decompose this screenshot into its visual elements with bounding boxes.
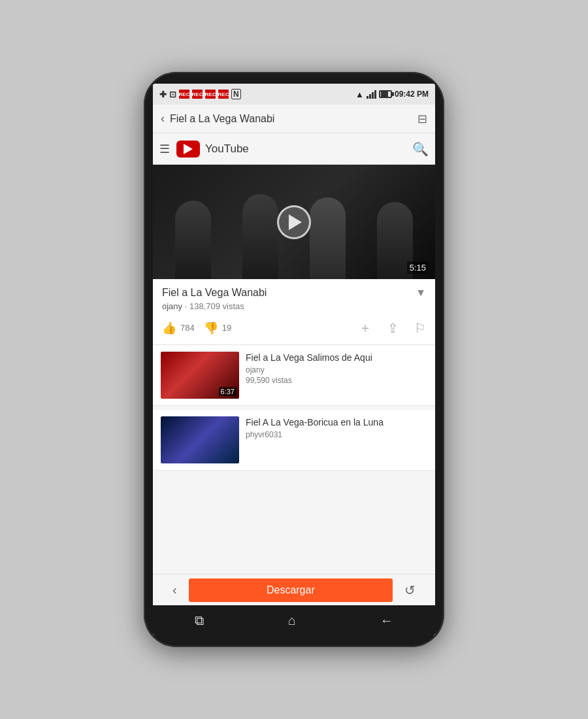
video-title: Fiel a La Vega Wanabi <box>162 287 267 299</box>
signal-bar-4 <box>374 90 376 99</box>
screenshot-icon: ⊡ <box>169 90 176 99</box>
related-videos-list: 6:37 Fiel a La Vega Salimos de Aqui ojan… <box>153 345 435 574</box>
page-title: Fiel a La Vega Wanabi <box>170 113 274 125</box>
person-silhouette-3 <box>310 197 346 279</box>
related-video-item-1[interactable]: 6:37 Fiel a La Vega Salimos de Aqui ojan… <box>153 345 435 406</box>
like-group: 👍 784 <box>162 321 195 335</box>
video-actions: 👍 784 👎 19 ＋ ⇪ ⚐ <box>162 319 426 337</box>
descargar-button[interactable]: Descargar <box>189 578 393 602</box>
video-meta: ojany · 138,709 vistas <box>162 301 426 311</box>
thumbnail-container-1: 6:37 <box>161 352 239 399</box>
video-player[interactable]: 5:15 <box>153 165 435 279</box>
related-video-channel-1: ojany <box>246 365 427 375</box>
status-bar-right: ▲ 09:42 PM <box>355 90 429 99</box>
notification-icon-2: REC <box>192 90 203 99</box>
youtube-header: ☰ YouTube 🔍 <box>153 133 435 165</box>
dropdown-icon[interactable]: ▼ <box>416 287 426 299</box>
thumbs-up-icon[interactable]: 👍 <box>162 321 176 335</box>
thumbs-down-icon[interactable]: 👎 <box>204 321 218 335</box>
wifi-icon: ▲ <box>355 90 364 99</box>
notification-icon-1: REC <box>179 90 189 99</box>
video-duration: 5:15 <box>407 261 429 274</box>
person-silhouette-2 <box>242 194 278 279</box>
meta-separator: · <box>185 301 188 311</box>
browser-forward-button[interactable]: ↺ <box>398 582 422 598</box>
signal-bar-1 <box>367 96 368 99</box>
signal-bars <box>367 90 376 99</box>
video-item-info-1: Fiel a La Vega Salimos de Aqui ojany 99,… <box>246 352 427 385</box>
flag-icon[interactable]: ⚐ <box>414 320 426 336</box>
title-bar-left: ‹ Fiel a La Vega Wanabi <box>161 112 274 125</box>
bottom-nav-bar: ‹ Descargar ↺ <box>153 574 435 605</box>
like-count: 784 <box>180 323 195 333</box>
video-info-card: Fiel a La Vega Wanabi ▼ ojany · 138,709 … <box>153 279 435 345</box>
time-display: 09:42 PM <box>395 90 429 99</box>
related-video-views-1: 99,590 vistas <box>246 376 427 385</box>
signal-bar-3 <box>372 92 374 99</box>
video-item-info-2: Fiel A La Vega-Boricua en la Luna phyvr6… <box>246 416 427 441</box>
android-nav-bar: ⧉ ⌂ ← <box>153 605 435 635</box>
related-video-title-1: Fiel a La Vega Salimos de Aqui <box>246 352 427 363</box>
video-thumbnail-2 <box>161 416 239 463</box>
video-title-row: Fiel a La Vega Wanabi ▼ <box>162 287 426 299</box>
play-button[interactable] <box>277 205 311 239</box>
notification-icon-3: REC <box>205 90 216 99</box>
cast-icon[interactable]: ⊟ <box>417 112 427 126</box>
notification-icon-4: REC <box>218 90 229 99</box>
nfc-icon: N <box>231 89 241 99</box>
dislike-count: 19 <box>222 323 231 333</box>
recents-button[interactable]: ⧉ <box>195 613 204 628</box>
signal-bar-2 <box>369 94 371 99</box>
back-arrow-icon[interactable]: ‹ <box>161 112 165 125</box>
youtube-play-icon <box>184 144 193 154</box>
thumbnail-container-2 <box>161 416 239 463</box>
hamburger-menu-icon[interactable]: ☰ <box>159 142 170 156</box>
related-video-item-2[interactable]: Fiel A La Vega-Boricua en la Luna phyvr6… <box>153 410 435 471</box>
status-bar-left: ✚ ⊡ REC REC REC REC N <box>159 89 241 99</box>
browser-back-button[interactable]: ‹ <box>166 582 184 597</box>
status-bar: ✚ ⊡ REC REC REC REC N ▲ 09:42 P <box>153 84 435 105</box>
battery-fill <box>381 92 388 97</box>
phone-device: ✚ ⊡ REC REC REC REC N ▲ 09:42 P <box>144 72 444 647</box>
add-icon: ✚ <box>159 90 167 99</box>
title-bar: ‹ Fiel a La Vega Wanabi ⊟ <box>153 105 435 133</box>
android-back-button[interactable]: ← <box>380 613 393 628</box>
related-video-title-2: Fiel A La Vega-Boricua en la Luna <box>246 416 427 428</box>
youtube-logo <box>176 141 200 158</box>
share-icon[interactable]: ⇪ <box>387 320 399 336</box>
person-silhouette-1 <box>175 201 211 279</box>
youtube-app-name: YouTube <box>205 142 249 156</box>
thumbnail-duration-1: 6:37 <box>219 387 237 396</box>
play-triangle-icon <box>289 214 302 230</box>
home-button[interactable]: ⌂ <box>288 613 296 628</box>
related-video-channel-2: phyvr6031 <box>246 430 427 439</box>
youtube-logo-container: YouTube <box>176 141 249 158</box>
add-to-playlist-icon[interactable]: ＋ <box>359 319 372 337</box>
search-icon[interactable]: 🔍 <box>412 141 429 157</box>
view-count: 138,709 vistas <box>189 301 244 311</box>
channel-name[interactable]: ojany <box>162 301 182 311</box>
phone-screen: ✚ ⊡ REC REC REC REC N ▲ 09:42 P <box>153 84 435 635</box>
dislike-group: 👎 19 <box>204 321 231 335</box>
battery-icon <box>379 90 392 98</box>
